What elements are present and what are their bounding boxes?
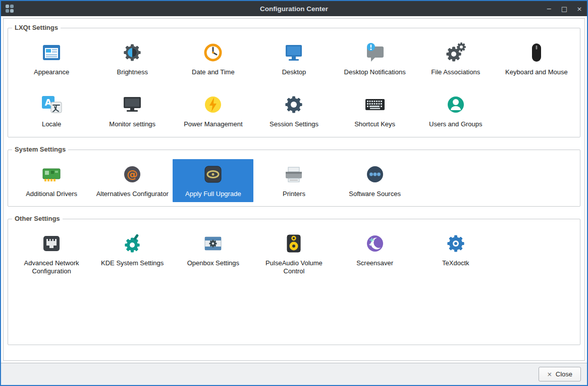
window-title: Configuration Center: [1, 5, 587, 13]
advanced-network-configuration-icon: [39, 231, 64, 256]
kde-system-settings-icon: [120, 231, 144, 256]
openbox-settings-icon: [201, 231, 225, 256]
item-label: KDE System Settings: [101, 259, 164, 267]
item-label: Session Settings: [270, 120, 318, 128]
item-label: Date and Time: [192, 68, 235, 76]
section-system-settings: System Settings Additional Drivers @ Alt…: [8, 150, 580, 207]
item-label: Users and Groups: [429, 120, 483, 128]
minimize-button[interactable]: −: [542, 1, 557, 16]
settings-item-openbox-settings[interactable]: Openbox Settings: [173, 228, 253, 280]
item-label: Desktop Notifications: [344, 68, 406, 76]
settings-item-keyboard-and-mouse[interactable]: Keyboard and Mouse: [496, 37, 577, 80]
item-label: Software Sources: [349, 190, 401, 198]
maximize-button[interactable]: □: [557, 1, 572, 16]
file-associations-icon: [444, 40, 468, 65]
settings-item-screensaver[interactable]: Screensaver: [335, 228, 415, 280]
section-title: Other Settings: [12, 215, 63, 222]
settings-item-pulseaudio-volume-control[interactable]: PulseAudio Volume Control: [253, 228, 334, 280]
titlebar[interactable]: Configuration Center − □ ×: [1, 1, 587, 16]
desktop-icon: [282, 40, 306, 65]
apply-full-upgrade-icon: [201, 162, 225, 186]
date-time-icon: [201, 40, 225, 65]
shortcut-keys-icon: [363, 92, 387, 117]
content-area: LXQt Settings Appearance Brightness Date…: [1, 16, 587, 363]
section-title: System Settings: [12, 146, 68, 153]
pulseaudio-volume-control-icon: [282, 231, 306, 256]
item-label: Printers: [283, 190, 305, 198]
footer-bar: × Close: [1, 363, 587, 385]
items-grid: Additional Drivers @ Alternatives Config…: [11, 159, 577, 202]
svg-text:@: @: [127, 168, 138, 180]
settings-item-software-sources[interactable]: Software Sources: [335, 159, 415, 202]
close-button-label: Close: [556, 370, 572, 378]
close-x-icon: ×: [547, 371, 552, 378]
settings-item-file-associations[interactable]: File Associations: [415, 37, 496, 80]
settings-item-desktop-notifications[interactable]: Desktop Notifications: [335, 37, 415, 80]
item-label: Keyboard and Mouse: [505, 68, 568, 76]
users-groups-icon: [444, 92, 468, 117]
settings-item-locale[interactable]: A Locale: [11, 89, 92, 132]
keyboard-mouse-icon: [524, 40, 549, 65]
session-settings-icon: [282, 92, 306, 117]
settings-item-power-management[interactable]: Power Management: [173, 89, 253, 132]
item-label: Monitor settings: [109, 120, 155, 128]
settings-item-users-and-groups[interactable]: Users and Groups: [415, 89, 496, 132]
power-management-icon: [201, 92, 225, 117]
settings-item-session-settings[interactable]: Session Settings: [253, 89, 334, 132]
window-controls: − □ ×: [542, 1, 587, 16]
appearance-icon: [39, 40, 64, 65]
settings-item-appearance[interactable]: Appearance: [11, 37, 92, 80]
settings-item-additional-drivers[interactable]: Additional Drivers: [11, 159, 92, 202]
item-label: Power Management: [184, 120, 242, 128]
item-label: File Associations: [431, 68, 480, 76]
printers-icon: [282, 162, 306, 186]
items-grid: Advanced Network Configuration KDE Syste…: [11, 228, 577, 280]
app-icon: [5, 4, 14, 13]
item-label: Appearance: [34, 68, 69, 76]
texdoctk-icon: [444, 231, 468, 256]
item-label: Brightness: [117, 68, 148, 76]
settings-item-monitor-settings[interactable]: Monitor settings: [92, 89, 173, 132]
sections-container: LXQt Settings Appearance Brightness Date…: [3, 18, 585, 361]
section-other-settings: Other Settings Advanced Network Configur…: [8, 219, 580, 345]
close-button[interactable]: × Close: [539, 367, 581, 381]
close-window-button[interactable]: ×: [572, 1, 587, 16]
items-grid: Appearance Brightness Date and Time Desk…: [11, 37, 577, 133]
additional-drivers-icon: [39, 162, 64, 186]
item-label: PulseAudio Volume Control: [256, 259, 331, 276]
item-label: Desktop: [282, 68, 306, 76]
item-label: TeXdoctk: [442, 259, 469, 267]
item-label: Apply Full Upgrade: [185, 190, 241, 198]
item-label: Alternatives Configurator: [96, 190, 169, 198]
item-label: Additional Drivers: [26, 190, 77, 198]
item-label: Advanced Network Configuration: [14, 259, 89, 276]
settings-item-texdoctk[interactable]: TeXdoctk: [415, 228, 496, 280]
item-label: Screensaver: [356, 259, 393, 267]
item-label: Shortcut Keys: [354, 120, 395, 128]
settings-item-alternatives-configurator[interactable]: @ Alternatives Configurator: [92, 159, 173, 202]
item-label: Locale: [42, 120, 61, 128]
screensaver-icon: [363, 231, 387, 256]
locale-icon: A: [39, 92, 64, 117]
settings-item-kde-system-settings[interactable]: KDE System Settings: [92, 228, 173, 280]
settings-item-desktop[interactable]: Desktop: [253, 37, 334, 80]
software-sources-icon: [363, 162, 387, 186]
monitor-settings-icon: [120, 92, 144, 117]
section-lxqt-settings: LXQt Settings Appearance Brightness Date…: [8, 28, 580, 137]
section-title: LXQt Settings: [12, 24, 61, 31]
settings-item-printers[interactable]: Printers: [253, 159, 334, 202]
settings-item-shortcut-keys[interactable]: Shortcut Keys: [335, 89, 415, 132]
settings-item-advanced-network-configuration[interactable]: Advanced Network Configuration: [11, 228, 92, 280]
item-label: Openbox Settings: [187, 259, 239, 267]
configuration-center-window: Configuration Center − □ × LXQt Settings…: [0, 0, 588, 386]
settings-item-brightness[interactable]: Brightness: [92, 37, 173, 80]
svg-text:A: A: [45, 97, 52, 108]
settings-item-date-and-time[interactable]: Date and Time: [173, 37, 253, 80]
alternatives-configurator-icon: @: [120, 162, 144, 186]
settings-item-apply-full-upgrade[interactable]: Apply Full Upgrade: [173, 159, 253, 202]
brightness-icon: [120, 40, 144, 65]
desktop-notifications-icon: [363, 40, 387, 65]
